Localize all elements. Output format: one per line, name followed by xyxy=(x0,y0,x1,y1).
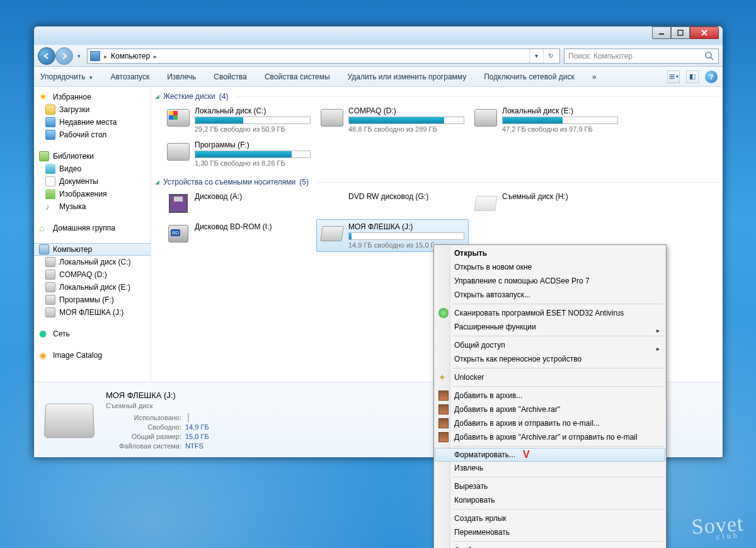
drive-c[interactable]: Локальный диск (C:) 29,2 ГБ свободно из … xyxy=(163,103,315,136)
drive-sublabel: 48,8 ГБ свободно из 289 ГБ xyxy=(348,125,464,133)
ctx-eject[interactable]: Извлечь xyxy=(435,461,665,475)
drive-g[interactable]: DVD RW дисковод (G:) xyxy=(316,189,469,218)
ctx-acdsee[interactable]: Управление с помощью ACDSee Pro 7 xyxy=(435,274,665,288)
winrar-icon xyxy=(438,418,449,428)
pictures-icon xyxy=(45,189,55,199)
system-properties-button[interactable]: Свойства системы xyxy=(263,71,331,83)
recent-icon xyxy=(45,117,55,127)
catalog-icon: ◉ xyxy=(39,350,49,360)
ctx-add-email[interactable]: Добавить в архив и отправить по e-mail..… xyxy=(435,416,665,430)
drive-e[interactable]: Локальный диск (E:) 47,2 ГБ свободно из … xyxy=(470,103,622,136)
ctx-rename[interactable]: Переименовать xyxy=(435,525,665,539)
usb-drive-icon xyxy=(321,222,343,245)
nav-arrows: ▾ xyxy=(38,47,83,65)
sidebar-item-music[interactable]: ♪Музыка xyxy=(34,200,151,213)
ctx-share[interactable]: Общий доступ xyxy=(435,338,665,352)
maximize-button[interactable] xyxy=(671,26,690,39)
star-icon: ★ xyxy=(39,92,49,102)
ctx-open-new-window[interactable]: Открыть в новом окне xyxy=(435,260,665,274)
refresh-button[interactable]: ↻ xyxy=(543,49,557,63)
ctx-advanced[interactable]: Расширенные функции xyxy=(435,320,665,334)
search-input[interactable]: Поиск: Компьютер xyxy=(564,49,719,64)
sidebar-item-drive-d[interactable]: COMPAQ (D:) xyxy=(34,268,151,281)
uninstall-button[interactable]: Удалить или изменить программу xyxy=(346,71,468,83)
drive-i[interactable]: Дисковод BD-ROM (I:) xyxy=(163,219,315,252)
toolbar-overflow-button[interactable]: » xyxy=(591,71,598,83)
removable-icon xyxy=(474,192,497,215)
drive-label: Дисковод (A:) xyxy=(195,192,311,201)
drive-f[interactable]: Программы (F:) 1,30 ГБ свободно из 8,26 … xyxy=(163,137,315,170)
sidebar-image-catalog[interactable]: ◉Image Catalog xyxy=(34,349,151,362)
sidebar-item-recent[interactable]: Недавние места xyxy=(34,116,151,128)
sidebar-favorites[interactable]: ★Избранное xyxy=(34,91,151,103)
network-icon: ⬣ xyxy=(39,329,49,339)
sidebar-item-downloads[interactable]: Загрузки xyxy=(34,103,151,116)
homegroup-icon: ⌂ xyxy=(39,223,49,233)
ctx-autoplay[interactable]: Открыть автозапуск... xyxy=(435,288,665,302)
history-dropdown-icon[interactable]: ▾ xyxy=(74,53,83,59)
address-bar[interactable]: Компьютер ▾ ↻ xyxy=(87,49,560,64)
group-header-removable[interactable]: ◢ Устройства со съемными носителями (5) xyxy=(152,174,723,188)
drive-a[interactable]: Дисковод (A:) xyxy=(163,189,315,218)
ctx-unlocker[interactable]: ✦Unlocker xyxy=(435,370,665,384)
ctx-cut[interactable]: Вырезать xyxy=(435,479,665,493)
ctx-add-archive[interactable]: Добавить в архив... xyxy=(435,389,665,402)
watermark: Sovetclub xyxy=(690,511,744,544)
close-button[interactable] xyxy=(690,26,719,39)
ctx-add-rar-email[interactable]: Добавить в архив "Archive.rar" и отправи… xyxy=(435,430,665,444)
folder-icon xyxy=(45,105,55,115)
help-button[interactable]: ? xyxy=(705,71,718,83)
ctx-portable[interactable]: Открыть как переносное устройство xyxy=(435,352,665,366)
sidebar-item-video[interactable]: Видео xyxy=(34,163,151,175)
details-drive-icon xyxy=(44,398,94,442)
breadcrumb[interactable]: Компьютер xyxy=(108,52,152,60)
sidebar-network[interactable]: ⬣Сеть xyxy=(34,328,151,340)
group-header-hard-drives[interactable]: ◢ Жесткие диски (4) xyxy=(152,88,723,102)
desktop-icon xyxy=(45,130,55,140)
drive-h[interactable]: Съемный диск (H:) xyxy=(470,189,622,218)
eject-button[interactable]: Извлечь xyxy=(166,71,197,83)
back-button[interactable] xyxy=(38,47,55,65)
key-icon: ✦ xyxy=(438,372,449,382)
sidebar-homegroup[interactable]: ⌂Домашняя группа xyxy=(34,222,151,234)
ctx-add-archive-rar[interactable]: Добавить в архив "Archive.rar" xyxy=(435,402,665,416)
capacity-bar xyxy=(195,151,311,158)
computer-icon xyxy=(90,51,100,61)
drive-label: COMPAQ (D:) xyxy=(348,106,464,115)
drive-d[interactable]: COMPAQ (D:) 48,8 ГБ свободно из 289 ГБ xyxy=(316,103,469,136)
minimize-button[interactable] xyxy=(652,26,671,39)
view-options-button[interactable]: ⊞▾ xyxy=(667,71,680,83)
sidebar-item-drive-e[interactable]: Локальный диск (E:) xyxy=(34,281,151,294)
preview-pane-button[interactable]: ◧ xyxy=(686,71,699,83)
ctx-format[interactable]: Форматировать...V xyxy=(435,448,665,462)
context-menu: Открыть Открыть в новом окне Управление … xyxy=(433,244,667,548)
drive-label: Локальный диск (C:) xyxy=(195,106,311,115)
details-free-value: 14,9 ГБ xyxy=(185,423,209,431)
drive-label: Программы (F:) xyxy=(195,140,311,149)
details-type: Съемный диск xyxy=(106,402,415,409)
map-network-drive-button[interactable]: Подключить сетевой диск xyxy=(483,71,575,83)
sidebar-item-drive-f[interactable]: Программы (F:) xyxy=(34,294,151,306)
drive-label: Локальный диск (E:) xyxy=(502,106,618,115)
sidebar-item-desktop[interactable]: Рабочий стол xyxy=(34,128,151,141)
sidebar-item-pictures[interactable]: Изображения xyxy=(34,188,151,200)
ctx-open[interactable]: Открыть xyxy=(435,246,665,260)
organize-button[interactable]: Упорядочить xyxy=(39,71,94,83)
ctx-eset-scan[interactable]: Сканировать программой ESET NOD32 Antivi… xyxy=(435,306,665,320)
sidebar-item-drive-c[interactable]: Локальный диск (C:) xyxy=(34,256,151,268)
ctx-copy[interactable]: Копировать xyxy=(435,493,665,507)
ctx-shortcut[interactable]: Создать ярлык xyxy=(435,511,665,525)
music-icon: ♪ xyxy=(45,202,55,212)
eset-icon xyxy=(438,308,449,318)
address-dropdown-icon[interactable]: ▾ xyxy=(529,49,543,63)
ctx-properties[interactable]: Свойства xyxy=(435,544,665,548)
hdd-icon xyxy=(474,106,497,129)
sidebar-item-drive-j[interactable]: МОЯ ФЛЕШКА (J:) xyxy=(34,306,151,319)
sidebar-libraries[interactable]: Библиотеки xyxy=(34,150,151,163)
details-fs-value: NTFS xyxy=(185,442,203,450)
autoplay-button[interactable]: Автозапуск xyxy=(109,71,151,83)
sidebar-item-documents[interactable]: Документы xyxy=(34,175,151,188)
sidebar-computer[interactable]: Компьютер xyxy=(34,243,151,256)
properties-button[interactable]: Свойства xyxy=(212,71,248,83)
forward-button[interactable] xyxy=(55,47,73,65)
